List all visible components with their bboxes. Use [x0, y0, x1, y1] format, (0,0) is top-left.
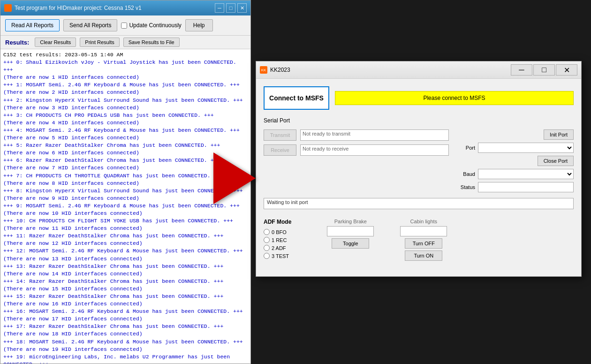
close-button[interactable]: ✕ [237, 3, 247, 13]
baud-label: Baud [456, 171, 475, 177]
results-line: +++ 16: MOSART Semi. 2.4G RF Keyboard & … [3, 308, 248, 315]
results-label: Results: [5, 39, 29, 46]
results-line: +++ 6: Razer Razer DeathStalker Chroma h… [3, 157, 248, 164]
close-port-button[interactable]: Close Port [538, 156, 574, 166]
update-continuously-text: Update Continuously [129, 22, 181, 29]
results-line: (There are now 4 HID interfaces connecte… [3, 119, 248, 127]
results-line: (There are now 11 HID interfaces connect… [3, 225, 248, 232]
results-line: +++ 4: MOSART Semi. 2.4G RF Keyboard & M… [3, 127, 248, 134]
results-line: +++ 18: MOSART Semi. 2.4G RF Keyboard & … [3, 338, 248, 346]
results-line: +++ 8: Kingston HyperX Virtual Surround … [3, 187, 248, 195]
results-line: +++ 2: Kingston HyperX Virtual Surround … [3, 97, 248, 104]
adf-option-2[interactable]: 2 ADF [264, 245, 291, 251]
transmit-status-field: Not ready to transmit [300, 129, 449, 141]
waiting-field: Waiting to init port [264, 198, 574, 209]
adf-label-2: 2 ADF [272, 245, 286, 251]
adf-radio-2[interactable] [264, 245, 270, 251]
left-app-icon [4, 4, 12, 12]
right-close-button[interactable]: ✕ [556, 64, 577, 76]
adf-option-0[interactable]: 0 BFO [264, 229, 291, 235]
results-line: (There are now 13 HID interfaces connect… [3, 255, 248, 263]
close-row: Close Port [456, 156, 574, 166]
results-line: (There are now 1 HID interfaces connecte… [3, 74, 248, 81]
results-line: (There are now 2 HID interfaces connecte… [3, 89, 248, 96]
adf-option-3[interactable]: 3 TEST [264, 253, 291, 259]
results-line: (There are now 9 HID interfaces connecte… [3, 195, 248, 202]
transmit-button[interactable]: Transmit [264, 129, 296, 141]
cabin-lights-col: Cabin lights Turn OFF Turn ON [400, 219, 447, 261]
status-label: Status [456, 184, 475, 190]
init-close-row: Init Port [456, 129, 574, 140]
transmit-status-text: Not ready to transmit [303, 131, 350, 136]
cabin-lights-title: Cabin lights [410, 219, 437, 224]
results-line: +++ 12: MOSART Semi. 2.4G RF Keyboard & … [3, 247, 248, 255]
results-line: (There are now 12 HID interfaces connect… [3, 240, 248, 247]
receive-row: Receive Not ready to receive [264, 144, 449, 156]
msfs-status-indicator: Please connect to MSFS [335, 91, 574, 105]
baud-row: Baud [456, 169, 574, 179]
toggle-button[interactable]: Toggle [332, 238, 369, 249]
cabin-lights-value-field [400, 226, 447, 236]
update-continuously-label[interactable]: Update Continuously [121, 22, 181, 29]
minimize-button[interactable]: ─ [215, 3, 224, 13]
send-all-reports-button[interactable]: Send All Reports [63, 19, 117, 31]
port-label: Port [456, 145, 475, 151]
port-select[interactable] [478, 143, 574, 153]
right-arrow-icon [213, 152, 256, 204]
port-baud-col: Init Port Port Close Port Baud Status [456, 129, 574, 192]
msfs-status-text: Please connect to MSFS [423, 95, 485, 101]
arrow-indicator [213, 152, 256, 204]
adf-radio-3[interactable] [264, 253, 270, 259]
serial-port-label: Serial Port [264, 117, 574, 124]
bottom-section: ADF Mode 0 BFO 1 REC 2 ADF 3 TEST [264, 219, 574, 261]
update-continuously-checkbox[interactable] [121, 23, 127, 29]
read-all-reports-button[interactable]: Read All Reports [5, 19, 60, 31]
turn-off-button[interactable]: Turn OFF [405, 238, 442, 249]
right-window: KK KK2023 ─ □ ✕ Connect to MSFS Please c… [256, 61, 582, 277]
results-line: (There are now 6 HID interfaces connecte… [3, 149, 248, 157]
results-content[interactable]: C152 test results: 2023-05-15 1:40 AM+++… [0, 49, 250, 364]
results-line: +++ 7: CH PRODUCTS CH THROTTLE QUADRANT … [3, 172, 248, 180]
transmit-row: Transmit Not ready to transmit [264, 129, 449, 141]
port-row: Port [456, 143, 574, 153]
receive-button[interactable]: Receive [264, 144, 296, 156]
init-port-button[interactable]: Init Port [544, 129, 574, 140]
results-line: (There are now 15 HID interfaces connect… [3, 285, 248, 293]
adf-radio-0[interactable] [264, 229, 270, 235]
baud-select[interactable] [478, 169, 574, 179]
results-line: C152 test results: 2023-05-15 1:40 AM [3, 51, 248, 59]
results-line: +++ 10: CH PRODUCTS CH FLIGHT SIM YOKE U… [3, 217, 248, 225]
left-window-title: Test program for HIDmaker project: Cessn… [15, 5, 142, 11]
results-line: +++ 17: Razer Razer DeathStalker Chroma … [3, 323, 248, 330]
results-line: (There are now 17 HID interfaces connect… [3, 315, 248, 323]
kk-icon: KK [260, 66, 267, 74]
results-line: (There are now 7 HID interfaces connecte… [3, 164, 248, 172]
right-window-title: KK2023 [270, 67, 290, 73]
results-line: (There are now 5 HID interfaces connecte… [3, 134, 248, 142]
adf-radio-1[interactable] [264, 237, 270, 243]
print-results-button[interactable]: Print Results [80, 38, 119, 47]
right-title-bar: KK KK2023 ─ □ ✕ [256, 61, 581, 79]
parking-brake-col: Parking Brake Toggle [327, 219, 374, 261]
status-value-field [478, 182, 574, 192]
status-row: Status [456, 182, 574, 192]
adf-label-0: 0 BFO [272, 229, 287, 235]
clear-results-button[interactable]: Clear Results [35, 38, 76, 47]
maximize-button[interactable]: □ [226, 3, 235, 13]
receive-status-text: Not ready to receive [303, 146, 349, 152]
help-button[interactable]: Help [185, 19, 213, 31]
results-line: (There are now 10 HID interfaces connect… [3, 210, 248, 217]
connect-msfs-button[interactable]: Connect to MSFS [264, 86, 329, 110]
results-line: +++ 11: Razer Razer DeathStalker Chroma … [3, 232, 248, 240]
adf-option-1[interactable]: 1 REC [264, 237, 291, 243]
right-maximize-button[interactable]: □ [533, 64, 555, 76]
save-results-button[interactable]: Save Results to File [123, 38, 180, 47]
right-minimize-button[interactable]: ─ [511, 64, 532, 76]
adf-mode-col: ADF Mode 0 BFO 1 REC 2 ADF 3 TEST [264, 219, 291, 261]
results-line: +++ 14: Razer Razer DeathStalker Chroma … [3, 278, 248, 285]
results-line: (There are now 16 HID interfaces connect… [3, 300, 248, 308]
adf-label-1: 1 REC [272, 237, 287, 243]
adf-mode-title: ADF Mode [264, 219, 291, 225]
turn-on-button[interactable]: Turn ON [405, 250, 442, 261]
connect-row: Connect to MSFS Please connect to MSFS [264, 86, 574, 110]
